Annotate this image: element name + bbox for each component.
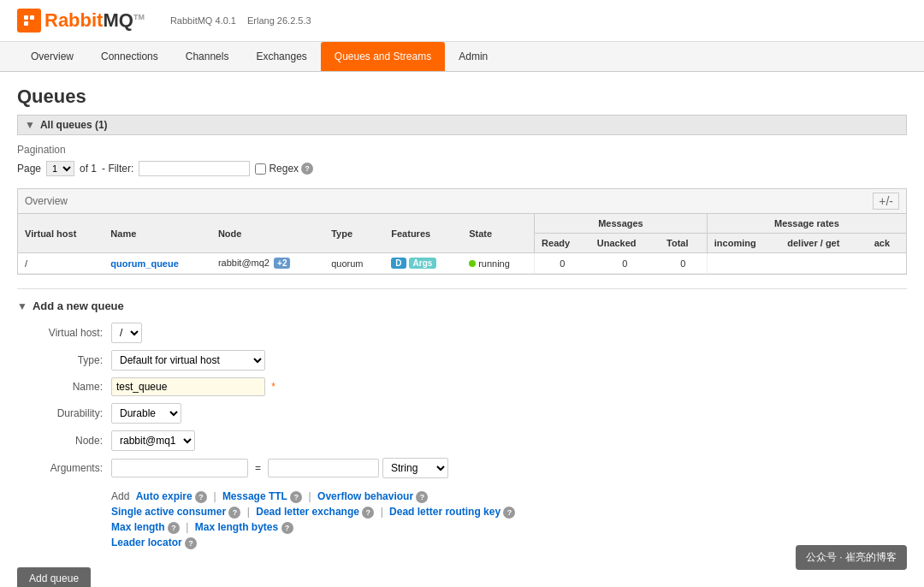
page-select[interactable]: 1 [46,161,74,176]
th-unacked: Unacked [590,234,660,253]
overflow-behaviour-link[interactable]: Overflow behaviour [317,490,413,502]
cell-ready: 0 [535,253,590,274]
regex-help-icon[interactable]: ? [301,163,313,175]
single-active-consumer-link[interactable]: Single active consumer [111,506,226,518]
dead-letter-routing-key-link[interactable]: Dead letter routing key [389,506,500,518]
single-active-consumer-help[interactable]: ? [228,507,240,519]
cell-deliver-get [780,253,867,274]
state-badge: running [469,258,510,269]
max-length-link[interactable]: Max length [111,521,165,533]
durability-select[interactable]: Durable Transient [111,403,181,424]
queues-table: Virtual host Name Node Type Features Sta… [18,214,906,274]
leader-locator-help[interactable]: ? [185,537,197,549]
shortcuts-row-3: Max length ? | Max length bytes ? [111,521,515,534]
th-name: Name [104,214,211,253]
node-control: rabbit@mq1 rabbit@mq2 [111,430,195,451]
app-header: RabbitMQTM RabbitMQ 4.0.1 Erlang 26.2.5.… [0,0,924,42]
arg-value-input[interactable] [268,459,379,477]
th-features: Features [384,214,462,253]
max-length-bytes-help[interactable]: ? [281,522,293,534]
auto-expire-link[interactable]: Auto expire [136,490,192,502]
cell-virtual-host: / [18,253,104,274]
cell-node: rabbit@mq2 +2 [211,253,324,274]
cell-type: quorum [324,253,384,274]
regex-label: Regex ? [255,163,313,175]
overview-group-label: Overview [25,195,68,207]
cell-incoming [707,253,780,274]
regex-checkbox[interactable] [255,163,266,175]
add-queue-collapse-arrow: ▼ [17,300,27,312]
page-label: Page [17,163,41,175]
name-label: Name: [17,381,111,393]
name-input[interactable] [111,377,265,396]
arg-key-input[interactable] [111,459,248,477]
table-row: / quorum_queue rabbit@mq2 +2 quorum D Ar… [18,253,906,274]
max-length-help[interactable]: ? [168,522,180,534]
th-type: Type [324,214,384,253]
max-length-bytes-link[interactable]: Max length bytes [195,521,278,533]
virtual-host-label: Virtual host: [17,327,111,339]
overflow-behaviour-help[interactable]: ? [416,491,428,503]
main-content: Queues ▼ All queues (1) Pagination Page … [0,72,924,587]
durability-label: Durability: [17,407,111,419]
logo: RabbitMQTM [17,9,145,33]
arguments-row: Arguments: = String Number Boolean [17,458,907,478]
arguments-label: Arguments: [17,462,111,474]
th-ack: ack [868,234,906,253]
nav-connections[interactable]: Connections [87,42,172,71]
logo-tm: TM [133,13,145,21]
feature-args-badge: Args [409,258,437,269]
node-select[interactable]: rabbit@mq1 rabbit@mq2 [111,430,195,451]
th-message-rates: Message rates [707,214,906,234]
node-name: rabbit@mq2 [218,258,270,268]
message-ttl-help[interactable]: ? [290,491,302,503]
pagination-label: Pagination [17,144,907,156]
queue-name-link[interactable]: quorum_queue [110,258,178,269]
shortcuts-row-1: Add Auto expire ? | Message TTL ? | Over… [111,490,515,503]
filter-input[interactable] [139,161,250,176]
all-queues-section-header[interactable]: ▼ All queues (1) [17,115,907,135]
virtual-host-control: / [111,323,142,343]
durability-control: Durable Transient [111,403,181,424]
th-state: State [462,214,534,253]
node-row: Node: rabbit@mq1 rabbit@mq2 [17,430,907,451]
auto-expire-help[interactable]: ? [195,491,207,503]
dead-letter-exchange-help[interactable]: ? [362,507,374,519]
filter-label: - Filter: [102,163,133,175]
virtual-host-row: Virtual host: / [17,323,907,343]
th-incoming: incoming [707,234,780,253]
feature-d-badge: D [391,258,406,269]
dead-letter-exchange-link[interactable]: Dead letter exchange [256,506,359,518]
virtual-host-select[interactable]: / [111,323,142,343]
nav-exchanges[interactable]: Exchanges [242,42,320,71]
all-queues-label: All queues (1) [40,119,108,131]
nav-queues-streams[interactable]: Queues and Streams [321,42,445,71]
add-queue-button[interactable]: Add queue [17,567,91,587]
plus-minus-btn[interactable]: +/- [873,193,899,210]
cell-total: 0 [660,253,707,274]
th-virtual-host: Virtual host [18,214,104,253]
arg-equals: = [255,462,261,474]
pagination-row: Page 1 of 1 - Filter: Regex ? [17,161,907,176]
name-control: * [111,377,275,396]
cell-ack [868,253,906,274]
cell-features: D Args [384,253,462,274]
nav-overview[interactable]: Overview [17,42,87,71]
type-row: Type: Default for virtual host [17,350,907,371]
th-ready: Ready [535,234,590,253]
add-queue-header[interactable]: ▼ Add a new queue [17,299,907,312]
leader-locator-link[interactable]: Leader locator [111,537,182,548]
green-dot-icon [469,260,476,267]
main-nav: Overview Connections Channels Exchanges … [0,42,924,72]
logo-icon [17,9,41,33]
cell-unacked: 0 [590,253,660,274]
arguments-control: = String Number Boolean [111,458,448,478]
arg-type-select[interactable]: String Number Boolean [382,458,448,478]
dead-letter-routing-key-help[interactable]: ? [503,507,515,519]
type-select[interactable]: Default for virtual host [111,350,265,371]
nav-admin[interactable]: Admin [445,42,501,71]
page-title: Queues [17,86,907,108]
message-ttl-link[interactable]: Message TTL [222,490,287,502]
required-star: * [271,381,275,393]
nav-channels[interactable]: Channels [172,42,243,71]
